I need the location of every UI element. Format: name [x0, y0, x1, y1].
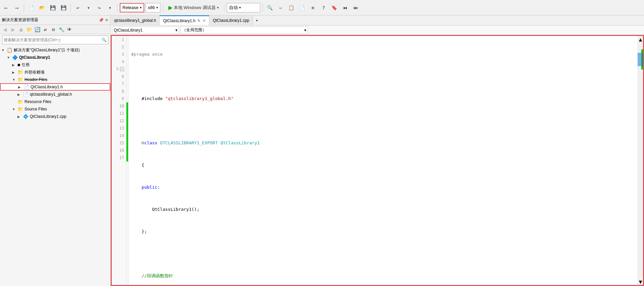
sidebar-search-box[interactable]: 🔍 — [2, 36, 108, 44]
search-toolbar-btn[interactable]: 🔍 — [265, 3, 275, 12]
new-file-btn[interactable]: 📄 — [26, 3, 36, 12]
scroll-up-btn[interactable]: ▲ — [638, 36, 643, 43]
gutter-13: 13 — [112, 125, 126, 132]
scroll-thumb[interactable] — [638, 53, 643, 66]
tree-icon-refs: ■ — [17, 62, 20, 67]
toolbar-btn-d[interactable]: ≡ — [308, 3, 318, 12]
code-content[interactable]: #pragma once #include "qtclasslibrary1_g… — [128, 36, 638, 285]
gutter-8: 8 — [112, 88, 126, 95]
sidebar-back-btn[interactable]: ◁ — [1, 26, 9, 33]
tab-class-cpp[interactable]: QtClassLibrary1.cpp — [209, 15, 253, 25]
tree-item-header-files[interactable]: ▼ 📁 Header Files — [0, 76, 110, 83]
configuration-dropdown[interactable]: Release ▾ — [120, 3, 144, 12]
tree-item-source-files[interactable]: ▼ 📁 Source Files — [0, 105, 110, 113]
sep5 — [224, 4, 224, 12]
tree-item-qtclasslibrary1-h[interactable]: ▶ 📄 QtClassLibrary1.h — [0, 83, 110, 91]
debug-dropdown[interactable]: 自动 ▾ — [227, 3, 260, 12]
redo-btn[interactable]: ↪ — [95, 3, 104, 12]
sidebar-collapse-btn[interactable]: ⊟ — [50, 26, 57, 33]
tree-arrow-qtclasslibrary1-h[interactable]: ▶ — [18, 85, 23, 89]
sidebar-sync-btn[interactable]: ⇄ — [42, 26, 49, 33]
scroll-down-btn[interactable]: ▼ — [638, 278, 643, 285]
platform-dropdown[interactable]: x86 ▾ — [146, 3, 160, 12]
tree-arrow-global-h[interactable]: ▶ — [17, 93, 23, 96]
context-dropdown[interactable]: （全局范围） ▾ — [180, 27, 308, 34]
sidebar-home-btn[interactable]: ⌂ — [17, 26, 25, 33]
tree-icon-extern-deps: 📁 — [17, 69, 23, 75]
tab-global-h[interactable]: qtclasslibrary1_global.h — [111, 15, 160, 25]
tree-arrow-solution[interactable]: ▼ — [1, 48, 7, 52]
sidebar-search-input[interactable] — [4, 38, 102, 42]
undo-btn[interactable]: ↩ — [73, 3, 83, 12]
forward-btn[interactable]: ⟶ — [12, 3, 21, 12]
ind-12 — [126, 117, 128, 125]
sidebar-header-icons: 📌 ✕ — [99, 18, 108, 22]
tree-item-solution[interactable]: ▼ 📋 解决方案"QtClassLibrary1"(1 个项目) — [0, 46, 110, 54]
tree-arrow-extern-deps[interactable]: ▶ — [12, 70, 17, 74]
toolbar-btn-a[interactable]: ⇦ — [276, 3, 285, 12]
undo-dropdown-btn[interactable]: ▾ — [84, 3, 93, 12]
save-all-btn[interactable]: 💾 — [59, 3, 68, 12]
toolbar-btn-e[interactable]: ? — [319, 3, 328, 12]
sidebar-search-icon: 🔍 — [102, 38, 107, 42]
ind-4 — [126, 58, 128, 65]
sidebar-forward-btn[interactable]: ▷ — [9, 26, 17, 33]
open-btn[interactable]: 📂 — [37, 3, 47, 12]
tree-item-project[interactable]: ▼ 🔷 QtClassLibrary1 — [0, 54, 110, 61]
tree-item-global-h[interactable]: ▶ 📄 qtclasslibrary1_global.h — [0, 91, 110, 98]
gutter-4: 4 — [112, 58, 126, 65]
sidebar: 解决方案资源管理器 📌 ✕ ◁ ▷ ⌂ 📁 🔄 ⇄ ⊟ 🔧 👁 🔍 — [0, 15, 111, 286]
sidebar-close-icon[interactable]: ✕ — [105, 18, 108, 22]
run-label: 本地 Windows 调试器 — [174, 5, 216, 11]
ind-1 — [126, 36, 128, 43]
tree-label-refs: 引用 — [21, 62, 30, 68]
tree-arrow-source-files[interactable]: ▼ — [12, 107, 17, 111]
minimap-scrollbar[interactable]: ▲ ▼ — [638, 36, 643, 285]
sidebar-props-btn[interactable]: 🔧 — [58, 26, 65, 33]
tree-arrow-qtclasslibrary1-cpp[interactable]: ▶ — [17, 115, 23, 118]
scope-label: QtClassLibrary1 — [114, 28, 143, 33]
tree-item-refs[interactable]: ▶ ■ 引用 — [0, 61, 110, 68]
tree-label-source-files: Source Files — [24, 107, 47, 111]
tree-icon-resource-files: 📁 — [17, 99, 23, 104]
sidebar-pin-icon[interactable]: 📌 — [99, 18, 104, 22]
bookmark-btn[interactable]: 🔖 — [330, 3, 339, 12]
ind-3 — [126, 51, 128, 58]
tree-label-resource-files: Resource Files — [24, 99, 51, 104]
tree-arrow-header-files[interactable]: ▼ — [12, 78, 17, 82]
tree-icon-source-files: 📁 — [17, 106, 23, 112]
tab-close-class-h[interactable]: ✕ — [203, 18, 206, 23]
line-1: #pragma once — [131, 51, 635, 58]
gutter-14: 14 — [112, 132, 126, 139]
fold-btn-5[interactable]: ⊟ — [120, 67, 124, 71]
tree-item-extern-deps[interactable]: ▶ 📁 外部依赖项 — [0, 68, 110, 76]
tree-arrow-project[interactable]: ▼ — [7, 56, 12, 59]
scroll-track[interactable] — [638, 43, 643, 278]
save-btn[interactable]: 💾 — [48, 3, 57, 12]
code-area[interactable]: 1 2 3 4 5⊟ 6 7 8 9 10 11 12 13 14 15 16 … — [111, 35, 644, 286]
toolbar-btn-g[interactable]: ⏭ — [351, 3, 361, 12]
sep2 — [70, 4, 71, 12]
sidebar-preview-btn[interactable]: 👁 — [66, 26, 73, 33]
tab-label-class-cpp: QtClassLibrary1.cpp — [213, 18, 249, 23]
tree-label-qtclasslibrary1-h: QtClassLibrary1.h — [31, 85, 63, 89]
toolbar-btn-b[interactable]: 📋 — [287, 3, 296, 12]
ind-14 — [126, 132, 128, 139]
line-5: ⊟class QTCLASSLIBRARY1_EXPORT QtClassLib… — [131, 139, 635, 147]
tab-class-h[interactable]: QtClassLibrary1.h ✎ ✕ — [160, 15, 209, 25]
toolbar-btn-c[interactable]: 📄 — [298, 3, 307, 12]
fold-icon-5[interactable]: ⊟ — [142, 139, 144, 147]
scope-dropdown[interactable]: QtClassLibrary1 ▾ — [112, 27, 179, 34]
redo-dropdown-btn[interactable]: ▾ — [105, 3, 115, 12]
tree-icon-global-h: 📄 — [23, 92, 29, 97]
sidebar-refresh-btn[interactable]: 🔄 — [34, 26, 41, 33]
back-btn[interactable]: ⟵ — [1, 3, 11, 12]
tab-overflow[interactable]: ▾ — [253, 15, 261, 25]
run-button[interactable]: ▶ 本地 Windows 调试器 ▾ — [165, 3, 222, 12]
gutter-6: 6 — [112, 73, 126, 80]
tree-item-resource-files[interactable]: ▶ 📁 Resource Files — [0, 98, 110, 105]
sidebar-show-btn[interactable]: 📁 — [25, 26, 33, 33]
tree-arrow-refs[interactable]: ▶ — [12, 63, 17, 67]
tree-item-qtclasslibrary1-cpp[interactable]: ▶ 💠 QtClassLibrary1.cpp — [0, 113, 110, 120]
toolbar-btn-f[interactable]: ⏮ — [340, 3, 350, 12]
